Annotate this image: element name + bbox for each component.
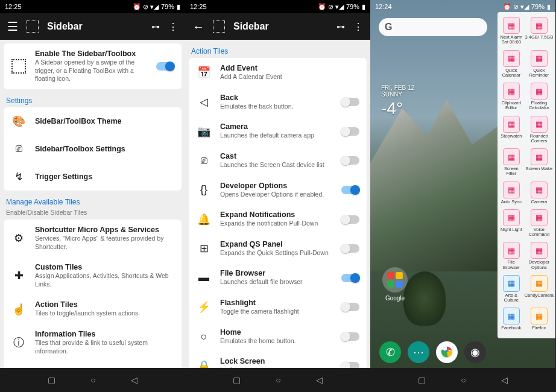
overflow-icon[interactable]: ⋮ bbox=[168, 21, 178, 33]
tile-row[interactable]: ☝ Action Tiles Tiles to toggle/launch sy… bbox=[4, 294, 182, 324]
panel-tile-icon: ▦ bbox=[503, 148, 520, 165]
panel-item[interactable]: ▦ Quick Reminder bbox=[524, 49, 554, 82]
panel-item[interactable]: ▦ Voice Command bbox=[524, 208, 554, 241]
panel-item[interactable]: ▦ Arts & Culture bbox=[499, 274, 524, 307]
tile-row[interactable]: ⚙ Shortcutter Micro Apps & Services Serv… bbox=[4, 220, 182, 257]
panel-tile-icon: ▦ bbox=[503, 242, 520, 259]
nav-back-icon[interactable]: ◁ bbox=[501, 375, 508, 385]
panel-tile-icon: ▦ bbox=[503, 50, 520, 67]
dock-chrome-icon[interactable] bbox=[436, 341, 458, 363]
settings-row[interactable]: ⎚ Sidebar/Toolbox Settings bbox=[4, 135, 182, 163]
action-row[interactable]: {} Developer Options Opens Developer Opt… bbox=[189, 175, 367, 205]
folder-icon: ▬ bbox=[196, 270, 212, 286]
action-row[interactable]: 🔒 Lock Screen Locks your screen bbox=[189, 351, 367, 368]
panel-item[interactable]: ▦ Developer Options bbox=[524, 241, 554, 274]
action-toggle[interactable] bbox=[341, 186, 359, 194]
back-icon[interactable]: ← bbox=[192, 20, 204, 34]
panel-label: CandyCamera bbox=[525, 293, 554, 298]
action-toggle[interactable] bbox=[341, 274, 359, 282]
google-search[interactable]: G bbox=[379, 18, 487, 36]
weather-widget[interactable]: FRI, FEB 12 SUNNY -4° bbox=[381, 84, 414, 118]
row-title: Lock Screen bbox=[220, 357, 333, 365]
palette-icon: 🎨 bbox=[11, 113, 27, 129]
menu-icon[interactable]: ☰ bbox=[7, 19, 18, 34]
panel-label: Quick Calendar bbox=[499, 68, 523, 78]
google-folder[interactable]: Google bbox=[382, 267, 408, 302]
enable-card[interactable]: Enable The Sidebar/Toolbox A Sidebar ope… bbox=[4, 43, 182, 89]
panel-label: Developer Options bbox=[525, 260, 554, 270]
action-row[interactable]: ◁ Back Emulates the back button. bbox=[189, 87, 367, 117]
panel-item[interactable]: ▦ CandyCamera bbox=[524, 274, 554, 307]
dock-camera-icon[interactable]: ◉ bbox=[464, 341, 486, 363]
tile-row[interactable]: ✚ Custom Tiles Assign Applications, Acti… bbox=[4, 257, 182, 294]
action-toggle[interactable] bbox=[341, 332, 359, 341]
weather-date: FRI, FEB 12 bbox=[381, 84, 414, 91]
key-icon[interactable]: ⊶ bbox=[336, 22, 345, 31]
nav-recent-icon[interactable]: ▢ bbox=[233, 375, 241, 385]
enable-toggle[interactable] bbox=[156, 62, 174, 71]
action-toggle[interactable] bbox=[341, 303, 359, 311]
action-toggle[interactable] bbox=[341, 98, 359, 106]
panel-item[interactable]: ▦ Stopwatch bbox=[499, 115, 524, 148]
content-scroll[interactable]: Action Tiles 📅 Add Event Add A Calendar … bbox=[185, 40, 370, 368]
nav-home-icon[interactable]: ○ bbox=[461, 375, 466, 385]
cast-icon: ⎚ bbox=[196, 153, 212, 168]
action-row[interactable]: 📷 Camera Launches the default camera app bbox=[189, 116, 367, 146]
panel-tile-icon: ▦ bbox=[503, 275, 520, 292]
panel-item[interactable]: ▦ Facebook bbox=[499, 306, 524, 334]
panel-item[interactable]: ▦ 3.4GB/ 7.5GB bbox=[524, 16, 554, 49]
nav-back-icon[interactable]: ◁ bbox=[316, 375, 323, 385]
panel-label: Rounded Corners bbox=[525, 134, 554, 144]
panel-item[interactable]: ▦ Auto Sync bbox=[499, 180, 524, 208]
action-row[interactable]: 🔔 Expand Notifications Expands the notif… bbox=[189, 204, 367, 234]
sidebar-panel[interactable]: ▦ Next Alarm Sat 08:00 ▦ 3.4GB/ 7.5GB ▦ … bbox=[498, 12, 555, 338]
action-toggle[interactable] bbox=[341, 156, 359, 165]
nav-recent-icon[interactable]: ▢ bbox=[48, 375, 55, 385]
row-sub: Services, "Micro Apps" & features provid… bbox=[35, 235, 174, 251]
panel-item[interactable]: ▦ Floating Calculator bbox=[524, 81, 554, 115]
nav-home-icon[interactable]: ○ bbox=[90, 375, 95, 385]
panel-item[interactable]: ▦ Camera bbox=[524, 180, 554, 208]
action-row[interactable]: ▬ File Browser Launches default file bro… bbox=[189, 263, 367, 292]
panel-label: Facebook bbox=[499, 326, 523, 330]
settings-row[interactable]: ↯ Trigger Settings bbox=[4, 163, 182, 191]
action-toggle[interactable] bbox=[341, 244, 359, 253]
action-row[interactable]: ⚡ Flashlight Toggle the camera flashligh… bbox=[189, 292, 367, 322]
nav-home-icon[interactable]: ○ bbox=[276, 375, 280, 385]
panel-item[interactable]: ▦ Screen Wake bbox=[524, 147, 554, 180]
overflow-icon[interactable]: ⋮ bbox=[353, 21, 363, 33]
row-sub: Tiles that provide & link to useful syst… bbox=[35, 339, 174, 355]
dock-messages-icon[interactable]: ⋯ bbox=[408, 341, 429, 363]
panel-item[interactable]: ▦ Quick Calendar bbox=[499, 49, 524, 82]
panel-item[interactable]: ▦ Next Alarm Sat 08:00 bbox=[499, 16, 524, 49]
panel-item[interactable]: ▦ File Browser bbox=[499, 241, 524, 274]
content-scroll[interactable]: Enable The Sidebar/Toolbox A Sidebar ope… bbox=[0, 40, 185, 368]
panel-item[interactable]: ▦ Rounded Corners bbox=[524, 115, 554, 148]
row-title: Developer Options bbox=[220, 182, 333, 190]
panel-label: Next Alarm Sat 08:00 bbox=[499, 35, 523, 45]
panel-item[interactable]: ▦ Screen Filter bbox=[499, 147, 524, 180]
action-row[interactable]: ○ Home Emulates the home button. bbox=[189, 322, 367, 352]
tile-row[interactable]: ⓘ Information Tiles Tiles that provide &… bbox=[4, 324, 182, 361]
panel-item[interactable]: ▦ Clipboard Editor bbox=[499, 81, 524, 115]
action-row[interactable]: ⎚ Cast Launches the Screen Cast device l… bbox=[189, 146, 367, 175]
action-toggle[interactable] bbox=[341, 215, 359, 224]
row-title: Flashlight bbox=[220, 299, 333, 307]
action-toggle[interactable] bbox=[341, 127, 359, 136]
dock-phone-icon[interactable]: ✆ bbox=[379, 341, 401, 363]
action-row[interactable]: ⊞ Expand QS Panel Expands the Quick Sett… bbox=[189, 234, 367, 264]
row-title: Cast bbox=[220, 152, 333, 160]
phone-3-home: 12:24 ⏰ ⊘ ▾◢ 79% ▮ G FRI, FEB 12 SUNNY -… bbox=[370, 0, 555, 392]
nav-recent-icon[interactable]: ▢ bbox=[418, 375, 426, 385]
panel-item[interactable]: ▦ Firefox bbox=[524, 306, 554, 334]
tile-row[interactable]: ✿ System Setting Tiles Quick Settings ti… bbox=[4, 361, 182, 368]
action-toggle[interactable] bbox=[341, 362, 359, 368]
lock-icon: 🔒 bbox=[196, 358, 212, 368]
settings-row[interactable]: 🎨 SideBar/ToolBox Theme bbox=[4, 107, 182, 135]
panel-item[interactable]: ▦ Night Light bbox=[499, 208, 524, 241]
row-sub: Launches default file browser bbox=[220, 278, 333, 286]
key-icon[interactable]: ⊶ bbox=[151, 22, 160, 31]
row-title: Add Event bbox=[220, 64, 359, 72]
action-row[interactable]: 📅 Add Event Add A Calendar Event bbox=[189, 58, 367, 87]
nav-back-icon[interactable]: ◁ bbox=[131, 375, 137, 385]
